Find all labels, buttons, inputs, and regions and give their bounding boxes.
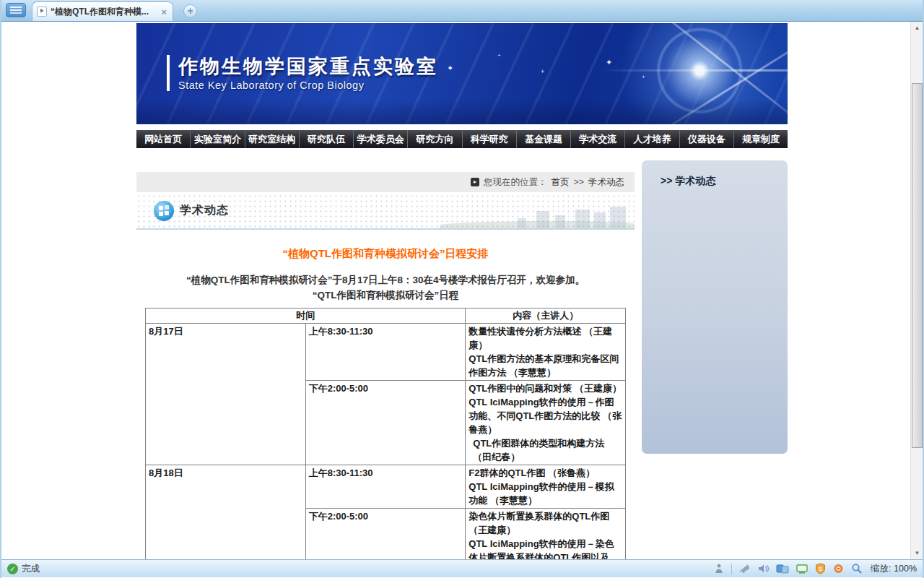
menu-button[interactable] <box>6 3 26 17</box>
nav-item-rules[interactable]: 规章制度 <box>734 130 788 148</box>
content-cell: 染色体片断置换系群体的QTL作图 （王建康） QTL IciMapping软件的… <box>466 509 626 560</box>
breadcrumb-home-link[interactable]: 首页 <box>551 176 569 189</box>
nav-item-directions[interactable]: 研究方向 <box>408 130 462 148</box>
breadcrumb-separator: >> <box>573 177 584 187</box>
eye-icon[interactable] <box>832 563 845 574</box>
content-cell: F2群体的QTL作图 （张鲁燕） QTL IciMapping软件的使用－模拟功… <box>466 465 626 509</box>
nav-item-equipment[interactable]: 仪器设备 <box>680 130 734 148</box>
scrollbar-thumb[interactable] <box>912 83 923 448</box>
breadcrumb-current-link[interactable]: 学术动态 <box>588 176 624 189</box>
nav-item-exchange[interactable]: 学术交流 <box>571 130 625 148</box>
content-cell: 数量性状遗传分析方法概述 （王建康） QTL作图方法的基本原理和完备区间作图方法… <box>466 324 626 381</box>
time-cell: 上午8:30-11:30 <box>305 465 466 509</box>
windows-icon[interactable] <box>776 563 789 574</box>
site-title-en: State Key Laboratory of Crop Biology <box>178 79 364 91</box>
article-intro-line1: “植物QTL作图和育种模拟研讨会”于8月17日上午8：30在4号楼学术报告厅召开… <box>136 274 635 287</box>
schedule-table: 时间 内容（主讲人） 8月17日 上午8:30-11:30 数量性状遗传分析方法… <box>145 308 626 559</box>
scroll-down-button[interactable]: ▼ <box>911 547 923 559</box>
section-grid-icon <box>154 201 174 221</box>
screen-icon[interactable] <box>796 563 808 574</box>
table-row: 8月18日 上午8:30-11:30 F2群体的QTL作图 （张鲁燕） QTL … <box>146 465 626 509</box>
nav-item-research[interactable]: 科学研究 <box>463 130 517 148</box>
nav-item-committee[interactable]: 学术委员会 <box>354 130 408 148</box>
time-cell: 上午8:30-11:30 <box>305 324 466 381</box>
nav-item-lab-intro[interactable]: 实验室简介 <box>191 130 245 148</box>
article-title: “植物QTL作图和育种模拟研讨会”日程安排 <box>136 247 635 261</box>
banner-shade <box>136 100 788 124</box>
section-title: 学术动态 <box>180 203 229 218</box>
nav-item-training[interactable]: 人才培养 <box>625 130 679 148</box>
browser-window: “植物QTL作图和育种模... × + 作物生物学国家重点实验室 State K… <box>0 0 924 578</box>
browser-chrome: “植物QTL作图和育种模... × + <box>1 0 923 22</box>
svg-text:S: S <box>819 566 823 572</box>
sparkle-icon: ✦ <box>606 58 612 67</box>
cityscape-image <box>440 204 635 228</box>
sparkle-icon: + <box>497 52 501 59</box>
table-header-row: 时间 内容（主讲人） <box>146 309 626 324</box>
status-divider <box>731 564 732 574</box>
nav-item-home[interactable]: 网站首页 <box>136 130 191 148</box>
site-title-cn: 作物生物学国家重点实验室 <box>178 53 438 79</box>
tab-title: “植物QTL作图和育种模... <box>51 6 156 18</box>
article-intro-line2: “QTL作图和育种模拟研讨会”日程 <box>136 289 635 302</box>
done-check-icon: ✓ <box>7 564 18 574</box>
date-cell: 8月18日 <box>146 465 306 560</box>
section-header: 学术动态 <box>136 194 635 230</box>
new-tab-button[interactable]: + <box>183 4 197 18</box>
status-bar: ✓ 完成 S 缩放: 100% <box>1 559 923 577</box>
status-done-label: 完成 <box>22 563 40 575</box>
sidebar-item-academic-news[interactable]: >> 学术动态 <box>642 160 788 188</box>
sparkle-icon: ✦ <box>447 64 453 73</box>
shield-icon[interactable]: S <box>815 563 826 574</box>
magnifier-icon[interactable] <box>851 563 863 574</box>
banner-title-bar <box>167 55 170 91</box>
person-icon[interactable] <box>713 563 725 574</box>
sparkle-icon: + <box>642 74 645 80</box>
tab-close-icon[interactable]: × <box>160 7 168 17</box>
page-viewport: 作物生物学国家重点实验室 State Key Laboratory of Cro… <box>1 22 923 559</box>
breadcrumb-prefix: 您现在的位置： <box>484 176 547 189</box>
zoom-level-label[interactable]: 缩放: 100% <box>871 563 917 575</box>
time-cell: 下午2:00-5:00 <box>305 509 466 560</box>
header-time: 时间 <box>146 309 466 324</box>
nav-item-structure[interactable]: 研究室结构 <box>245 130 300 148</box>
main-nav: 网站首页 实验室简介 研究室结构 研究队伍 学术委员会 研究方向 科学研究 基金… <box>136 130 788 148</box>
site-banner: 作物生物学国家重点实验室 State Key Laboratory of Cro… <box>136 23 788 124</box>
nav-item-team[interactable]: 研究队伍 <box>300 130 354 148</box>
date-cell: 8月17日 <box>146 324 306 465</box>
web-page: 作物生物学国家重点实验室 State Key Laboratory of Cro… <box>136 22 788 559</box>
main-column: ▸ 您现在的位置： 首页 >> 学术动态 学术动态 <box>136 160 635 559</box>
nav-item-funds[interactable]: 基金课题 <box>517 130 571 148</box>
content-cell: QTL作图中的问题和对策 （王建康） QTL IciMapping软件的使用－作… <box>466 381 626 465</box>
vertical-scrollbar[interactable]: ▲ ▼ <box>910 22 923 559</box>
breadcrumb-arrow-icon: ▸ <box>471 178 479 186</box>
breadcrumb: ▸ 您现在的位置： 首页 >> 学术动态 <box>136 172 635 192</box>
speaker-icon[interactable] <box>757 563 770 574</box>
table-row: 8月17日 上午8:30-11:30 数量性状遗传分析方法概述 （王建康） QT… <box>146 324 626 381</box>
sparkle-icon: + <box>541 68 544 75</box>
page-icon <box>37 7 47 17</box>
content-row: ▸ 您现在的位置： 首页 >> 学术动态 学术动态 <box>136 160 788 559</box>
time-cell: 下午2:00-5:00 <box>305 381 466 465</box>
header-content: 内容（主讲人） <box>466 309 626 324</box>
sidebar-panel: >> 学术动态 <box>642 160 788 454</box>
rocket-icon[interactable] <box>738 563 751 574</box>
active-tab[interactable]: “植物QTL作图和育种模... × <box>32 1 173 21</box>
scroll-up-button[interactable]: ▲ <box>911 22 923 34</box>
status-tools: S 缩放: 100% <box>713 563 917 575</box>
